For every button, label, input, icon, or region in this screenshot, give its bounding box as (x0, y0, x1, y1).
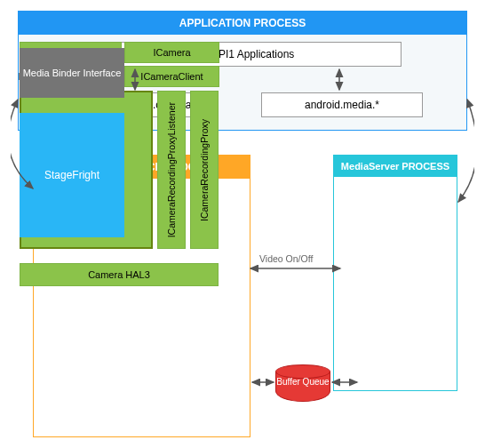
android-media-box: android.media.* (261, 92, 423, 117)
video-on-off-label: Video On/Off (259, 253, 313, 264)
architecture-diagram: APPLICATION PROCESS Camera API1 Applicat… (11, 11, 474, 437)
mediaserver-process-box: MediaServer PROCESS (333, 155, 457, 391)
buffer-queue-label: Buffer Queue (275, 377, 330, 387)
camera-hal3-box: Camera HAL3 (20, 263, 219, 286)
media-binder-interface-box: Media Binder Interface (20, 48, 124, 98)
icamera-box: ICamera (124, 42, 219, 63)
icamera-recording-proxy-listener-box: ICameraRecordingProxyListener (157, 91, 186, 249)
icamera-client-box: ICameraClient (124, 66, 219, 87)
stagefright-box: StageFright (20, 113, 124, 237)
mediaserver-process-title: MediaServer PROCESS (334, 156, 457, 177)
icamera-recording-proxy-box: ICameraRecordingProxy (190, 91, 219, 249)
application-process-title: APPLICATION PROCESS (19, 12, 466, 35)
buffer-queue-cylinder: Buffer Queue (275, 364, 330, 402)
